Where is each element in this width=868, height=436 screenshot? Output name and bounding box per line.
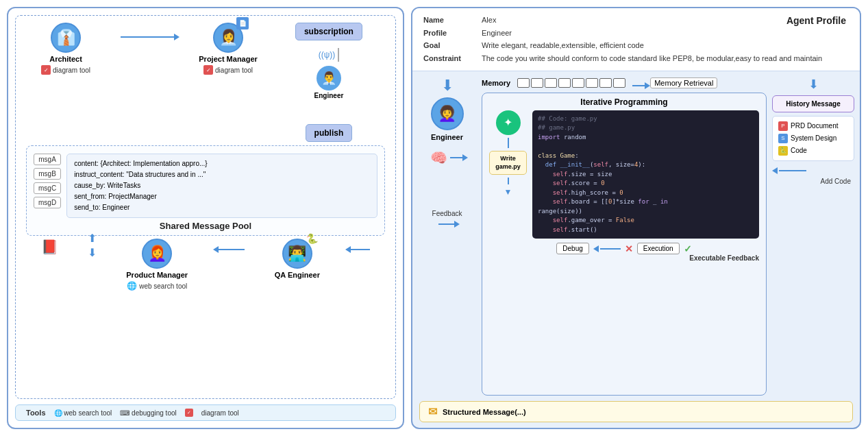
- pm-agent: 👩‍💼 📄 Project Manager ✓ diagram tool: [199, 23, 258, 75]
- email-icon: ✉: [428, 405, 437, 418]
- qa-label: QA Engineer: [275, 271, 320, 279]
- mc-4: [558, 78, 571, 88]
- system-icon: S: [778, 134, 788, 143]
- mc-5: [572, 78, 584, 88]
- gpt-icon: ✦: [496, 110, 521, 135]
- legend-label: Tools: [26, 409, 46, 417]
- history-box: History Message: [772, 95, 854, 112]
- center-column: Memory: [482, 77, 767, 396]
- write-down-arrow: ▼: [504, 187, 512, 197]
- profile-name-row: Name Alex: [423, 14, 849, 27]
- qa-right-arrowhead: [345, 246, 351, 253]
- debug-box: Debug: [556, 243, 588, 254]
- brain-icon: 🧠: [430, 149, 447, 166]
- code-hist-icon: 🐍: [778, 146, 788, 156]
- debug-arrowhead: [593, 245, 599, 252]
- architect-agent: 👔 Architect ✓ diagram tool: [41, 23, 90, 75]
- v-connector: [338, 48, 339, 62]
- profile-goal-key: Goal: [423, 39, 471, 52]
- pdf-icon: 📕: [41, 239, 58, 255]
- legend-diagram: diagram tool: [201, 409, 239, 417]
- history-item-system: S System Design: [778, 132, 848, 145]
- history-item-code: 🐍 Code: [778, 145, 848, 157]
- mc-6: [586, 78, 598, 88]
- main-container: 👔 Architect ✓ diagram tool 👩: [0, 0, 868, 436]
- legend-diagram-icon: ✓: [185, 409, 193, 417]
- msg-a: msgA: [34, 154, 61, 165]
- profile-profile-val: Engineer: [482, 27, 849, 40]
- prd-icon: P: [778, 121, 788, 131]
- memory-bar: [517, 78, 625, 88]
- memory-row: Memory: [482, 77, 767, 89]
- right-main-area: ⬇ 👩‍🦱 Engineer 🧠 Feedback: [412, 71, 860, 401]
- product-manager-label: Product Manager: [126, 271, 188, 279]
- architect-label: Architect: [49, 55, 82, 63]
- pm-tool: ✓ diagram tool: [203, 65, 253, 75]
- engineer-label: Engineer: [431, 133, 463, 141]
- content-line-4: sent_from: ProjectManager: [74, 191, 370, 202]
- profile-profile-key: Profile: [423, 27, 471, 40]
- iterative-title: Iterative Programming: [489, 97, 759, 107]
- profile-constraint-key: Constraint: [423, 52, 471, 65]
- memory-label: Memory: [482, 79, 510, 87]
- web-search-icon: 🌐: [127, 281, 137, 291]
- engineer-mini-avatar: 👨‍💼: [317, 66, 341, 90]
- product-manager-avatar: 👩‍🦰: [142, 239, 172, 269]
- mc-1: [517, 78, 530, 88]
- qa-right-connector: [349, 249, 370, 250]
- mem-arrowhead: [645, 82, 650, 89]
- pm-arrows: ⬆ ⬇: [88, 232, 97, 259]
- structured-msg: ✉ Structured Message(...): [419, 401, 853, 422]
- feedback-arrow: [438, 223, 456, 225]
- msg-list: msgA msgB msgC msgD: [34, 154, 61, 218]
- pm-doc-icon: 📄: [236, 17, 249, 29]
- arch-pm-line: [121, 36, 175, 38]
- mc-8: [613, 78, 625, 88]
- profile-goal-row: Goal Write elegant, readable,extensible,…: [423, 39, 849, 52]
- code-box: ## Code: game.py ## game.py import rando…: [532, 110, 759, 239]
- arch-pm-arrowhead: [174, 34, 179, 40]
- profile-profile-row: Profile Engineer: [423, 27, 849, 40]
- legend-debug: ⌨ debugging tool: [120, 409, 176, 417]
- right-col: subscription ((ψ)) 👨‍💼 Engineer publish: [288, 23, 370, 142]
- agent-profile-section: Agent Profile Name Alex Profile Engineer…: [412, 8, 860, 71]
- content-line-2: instruct_content: "Data structures and i…: [74, 169, 370, 180]
- feedback-line: [438, 223, 456, 225]
- legend-box: Tools 🌐 web search tool ⌨ debugging tool…: [15, 404, 396, 421]
- legend-web: 🌐 web search tool: [54, 409, 112, 417]
- mc-3: [545, 78, 557, 88]
- engineer-avatar: 👩‍🦱: [431, 97, 464, 130]
- python-icon: 🐍: [306, 233, 318, 244]
- write-down-line: [508, 178, 509, 184]
- iterative-inner: ✦ Writegame.py ▼ ## Code: game.py ## gam…: [489, 110, 759, 239]
- msg-c: msgC: [34, 182, 61, 194]
- wave-connector: ((ψ)): [319, 48, 340, 62]
- history-item-prd: P PRD Document: [778, 120, 848, 132]
- structured-msg-label: Structured Message(...): [443, 408, 526, 416]
- wave-icon: ((ψ)): [319, 50, 336, 60]
- mc-2: [531, 78, 543, 88]
- bottom-agents-row: 📕 ⬆ ⬇ 👩‍🦰 Product Manager 🌐 web search t…: [26, 239, 385, 291]
- brain-arrowhead: [462, 154, 468, 161]
- execution-row: Debug ✕ Execution ✓: [489, 243, 759, 254]
- qa-avatar-wrap: 👨‍💻 🐍: [282, 239, 312, 269]
- subscription-box: subscription: [295, 23, 362, 40]
- pool-inner: msgA msgB msgC msgD content: {Architect:…: [34, 150, 377, 218]
- profile-name-key: Name: [423, 14, 471, 27]
- msg-content: content: {Architect: Implementation appr…: [66, 154, 377, 218]
- pm-label: Project Manager: [199, 55, 258, 63]
- product-manager-tool-label: web search tool: [139, 282, 187, 290]
- diagram-tool-icon: ✓: [41, 65, 51, 75]
- pm-qa-connector: [217, 249, 245, 250]
- code-hist-label: Code: [791, 147, 807, 154]
- history-left-line: [779, 170, 806, 171]
- pm-qa-arrowhead: [213, 246, 219, 253]
- mc-7: [599, 78, 612, 88]
- architect-avatar: 👔: [51, 23, 81, 53]
- mem-line: [632, 85, 646, 86]
- history-section: ⬇ History Message P PRD Document S Syste…: [772, 77, 854, 396]
- profile-constraint-val: The code you write should conform to cod…: [482, 52, 849, 65]
- iterative-box: Iterative Programming ✦ Writegame.py ▼: [482, 93, 767, 396]
- executable-feedback-label: Executable Feedback: [489, 254, 759, 262]
- content-line-5: send_to: Engineer: [74, 202, 370, 213]
